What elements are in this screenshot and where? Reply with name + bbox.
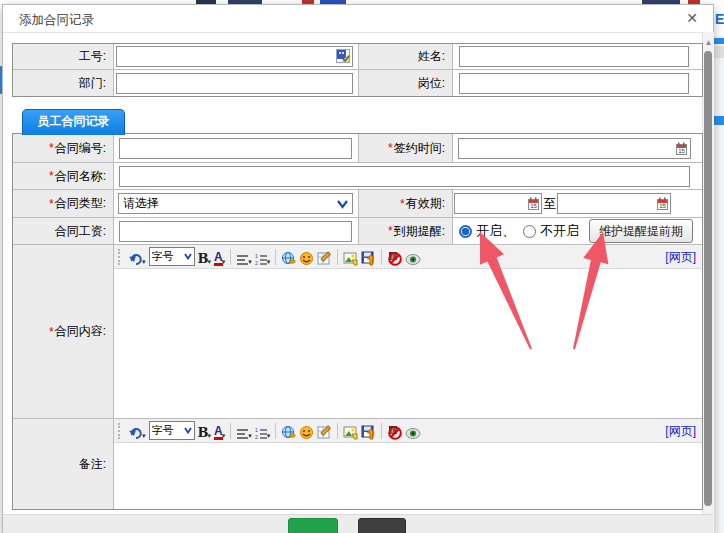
tab-label: 员工合同记录: [38, 114, 110, 128]
calendar-icon[interactable]: 15: [527, 197, 540, 214]
insert-image-icon[interactable]: [343, 422, 358, 440]
font-color-icon[interactable]: A▾: [214, 422, 225, 440]
maintain-reminder-button[interactable]: 维护提醒提前期: [589, 219, 693, 243]
chevron-down-icon: [337, 199, 348, 209]
font-size-select[interactable]: 字号: [149, 247, 195, 266]
hyperlink-icon[interactable]: [281, 248, 296, 266]
name-cell: [453, 44, 702, 70]
undo-icon[interactable]: ▾: [128, 248, 146, 266]
remove-format-icon[interactable]: T: [387, 422, 402, 440]
department-input[interactable]: [116, 73, 353, 94]
toolbar-drag-handle[interactable]: [118, 423, 123, 439]
contract-name-label: *合同名称:: [13, 163, 114, 190]
contract-name-input[interactable]: [119, 166, 690, 187]
edit-table-icon[interactable]: [317, 422, 332, 440]
contract-type-label: *合同类型:: [13, 190, 114, 218]
valid-to-input[interactable]: [557, 193, 671, 214]
svg-text:15: 15: [659, 203, 666, 209]
calendar-icon[interactable]: 15: [656, 197, 669, 214]
salary-label: 合同工资:: [13, 218, 114, 245]
svg-text:15: 15: [530, 203, 537, 209]
position-input[interactable]: [459, 73, 689, 94]
reminder-on-radio[interactable]: [459, 225, 472, 238]
submit-button-partial[interactable]: [288, 518, 338, 533]
bold-icon[interactable]: B▾: [198, 248, 212, 266]
contract-form-table: *合同编号: *签约时间: 15 *合同名称: *合同类型:: [12, 133, 703, 510]
chevron-down-icon: [184, 427, 192, 434]
contract-type-select[interactable]: 请选择: [118, 193, 353, 214]
employee-id-label: 工号:: [13, 44, 114, 70]
webpage-mode-link[interactable]: [网页]: [665, 423, 696, 440]
svg-text:1: 1: [255, 427, 258, 433]
salary-cell: [114, 218, 359, 245]
contract-content-cell: ▾ 字号 B▾ A▾ ▾ 12▾: [114, 245, 702, 419]
emoticon-icon[interactable]: [299, 248, 314, 266]
editor-toolbar: ▾ 字号 B▾ A▾ ▾ 12▾: [114, 419, 702, 443]
preview-icon[interactable]: [405, 422, 421, 440]
remark-cell: ▾ 字号 B▾ A▾ ▾ 12▾: [114, 419, 702, 509]
reminder-cell: 开启、 不开启 维护提醒提前期: [453, 218, 702, 245]
svg-text:2: 2: [255, 260, 258, 266]
contract-no-cell: [114, 134, 359, 163]
cancel-button-partial[interactable]: [358, 518, 406, 533]
hyperlink-icon[interactable]: [281, 422, 296, 440]
contract-content-label: *合同内容:: [13, 245, 114, 419]
dialog-titlebar: 添加合同记录 ✕: [3, 5, 713, 33]
editor-toolbar: ▾ 字号 B▾ A▾ ▾ 12▾: [114, 245, 702, 269]
employee-info-table: 工号: 姓名: 部门: 岗位:: [12, 43, 703, 97]
employee-id-cell: [114, 44, 359, 70]
ordered-list-icon[interactable]: 12▾: [255, 422, 271, 440]
svg-text:2: 2: [255, 434, 258, 440]
screen: E 添加合同记录 ✕ ▲ ▼ 工号:: [0, 0, 724, 533]
align-icon[interactable]: ▾: [236, 248, 252, 266]
contract-no-input[interactable]: [119, 138, 352, 159]
bold-icon[interactable]: B▾: [198, 422, 212, 440]
undo-icon[interactable]: ▾: [128, 422, 146, 440]
contract-no-label: *合同编号:: [13, 134, 114, 163]
reminder-label: *到期提醒:: [359, 218, 453, 245]
toolbar-drag-handle[interactable]: [118, 249, 123, 265]
remark-textarea[interactable]: [114, 443, 702, 509]
remark-editor: ▾ 字号 B▾ A▾ ▾ 12▾: [114, 419, 702, 509]
name-label: 姓名:: [359, 44, 453, 70]
contract-type-cell: 请选择: [114, 190, 359, 218]
department-cell: [114, 70, 359, 96]
preview-icon[interactable]: [405, 248, 421, 266]
sign-time-input[interactable]: [458, 138, 691, 159]
insert-image-icon[interactable]: [343, 248, 358, 266]
font-color-icon[interactable]: A▾: [214, 248, 225, 266]
position-cell: [453, 70, 702, 96]
contract-type-value: 请选择: [123, 195, 159, 212]
department-label: 部门:: [13, 70, 114, 96]
sign-time-cell: 15: [453, 134, 702, 163]
reminder-off-label: 不开启: [540, 222, 579, 240]
remove-format-icon[interactable]: T: [387, 248, 402, 266]
background-page-sliver: E: [714, 0, 724, 533]
calendar-icon[interactable]: 15: [675, 142, 688, 159]
close-icon[interactable]: ✕: [686, 10, 698, 26]
vertical-scrollbar[interactable]: ▲ ▼: [702, 32, 714, 533]
ordered-list-icon[interactable]: 12▾: [255, 248, 271, 266]
tab-employee-contract-records[interactable]: 员工合同记录: [22, 109, 125, 135]
name-input[interactable]: [459, 46, 689, 67]
scrollbar-thumb[interactable]: [704, 51, 712, 506]
employee-lookup-icon[interactable]: [336, 49, 350, 66]
font-size-select[interactable]: 字号: [149, 421, 195, 440]
valid-period-label: *有效期:: [359, 190, 453, 218]
emoticon-icon[interactable]: [299, 422, 314, 440]
reminder-off-radio[interactable]: [523, 225, 536, 238]
save-upload-icon[interactable]: [361, 422, 376, 440]
edit-table-icon[interactable]: [317, 248, 332, 266]
svg-text:1: 1: [255, 253, 258, 259]
contract-name-cell: [114, 163, 702, 190]
employee-id-input[interactable]: [116, 46, 353, 67]
save-upload-icon[interactable]: [361, 248, 376, 266]
salary-input[interactable]: [119, 221, 352, 242]
background-fragment-text: E: [715, 11, 724, 27]
remark-label: 备注:: [13, 419, 114, 509]
valid-period-separator: 至: [543, 195, 556, 213]
contract-content-textarea[interactable]: [114, 269, 702, 418]
align-icon[interactable]: ▾: [236, 422, 252, 440]
webpage-mode-link[interactable]: [网页]: [665, 249, 696, 266]
scroll-up-icon[interactable]: ▲: [704, 38, 713, 47]
